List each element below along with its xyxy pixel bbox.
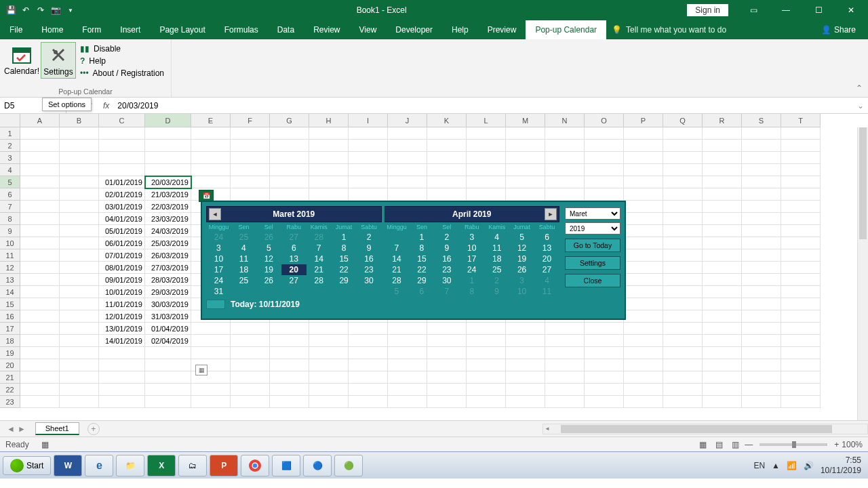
- calendar-day[interactable]: 6: [281, 243, 307, 253]
- cell[interactable]: [781, 201, 821, 213]
- calendar-day[interactable]: 13: [534, 243, 559, 253]
- cell[interactable]: [349, 176, 388, 188]
- ribbon-tab-home[interactable]: Home: [32, 20, 73, 39]
- cell[interactable]: [388, 384, 427, 396]
- cell[interactable]: [60, 249, 99, 262]
- cell[interactable]: [467, 152, 506, 164]
- cell[interactable]: [60, 127, 99, 140]
- calendar-settings-button[interactable]: Settings: [565, 256, 620, 270]
- cell[interactable]: [270, 152, 309, 164]
- taskbar-chrome-icon[interactable]: [241, 455, 269, 476]
- cell[interactable]: [663, 140, 703, 152]
- row-header[interactable]: 9: [0, 225, 20, 237]
- column-header[interactable]: B: [60, 114, 99, 127]
- ribbon-tab-formulas[interactable]: Formulas: [215, 20, 268, 39]
- cell[interactable]: 26/03/2019: [145, 249, 191, 262]
- cell[interactable]: [427, 384, 467, 396]
- cell[interactable]: [20, 164, 60, 176]
- cell[interactable]: [231, 384, 270, 396]
- cell[interactable]: [624, 298, 663, 310]
- cell[interactable]: [742, 323, 781, 335]
- cell[interactable]: [703, 201, 742, 213]
- formula-input[interactable]: 20/03/2019: [113, 101, 853, 110]
- help-button[interactable]: ?Help: [77, 56, 167, 66]
- column-header[interactable]: T: [781, 114, 821, 127]
- row-header[interactable]: 20: [0, 359, 20, 371]
- fx-icon[interactable]: fx: [103, 101, 109, 110]
- cell[interactable]: [60, 201, 99, 213]
- cell[interactable]: [231, 335, 270, 347]
- calendar-day[interactable]: 15: [409, 253, 434, 264]
- cell[interactable]: [663, 298, 703, 310]
- cell[interactable]: [703, 310, 742, 323]
- cell[interactable]: [663, 188, 703, 201]
- cell[interactable]: [663, 213, 703, 225]
- redo-icon[interactable]: ↷: [35, 5, 46, 16]
- row-header[interactable]: 7: [0, 201, 20, 213]
- maximize-button[interactable]: ☐: [803, 1, 834, 20]
- cell[interactable]: [624, 310, 663, 323]
- cell[interactable]: 04/01/2019: [99, 213, 145, 225]
- calendar-day[interactable]: 16: [357, 253, 382, 264]
- taskbar-app2-icon[interactable]: 🔵: [303, 455, 332, 476]
- cell[interactable]: [624, 347, 663, 359]
- cell[interactable]: [545, 152, 585, 164]
- cell[interactable]: [467, 140, 506, 152]
- cell[interactable]: [585, 140, 624, 152]
- cell[interactable]: [309, 323, 349, 335]
- cell[interactable]: [349, 396, 388, 408]
- calendar-day[interactable]: 14: [307, 253, 332, 264]
- calendar-day[interactable]: 4: [484, 232, 509, 243]
- cell[interactable]: [309, 335, 349, 347]
- cell[interactable]: [191, 152, 231, 164]
- cell[interactable]: [742, 298, 781, 310]
- cell[interactable]: [703, 127, 742, 140]
- cell[interactable]: [585, 359, 624, 371]
- calendar-day[interactable]: 27: [281, 275, 307, 286]
- cell[interactable]: [99, 140, 145, 152]
- calendar-day[interactable]: 25: [484, 264, 509, 275]
- cell[interactable]: [703, 213, 742, 225]
- column-header[interactable]: F: [231, 114, 270, 127]
- ribbon-tab-insert[interactable]: Insert: [111, 20, 150, 39]
- cell[interactable]: [270, 335, 309, 347]
- cell[interactable]: [742, 127, 781, 140]
- cell[interactable]: 29/03/2019: [145, 286, 191, 298]
- name-box-input[interactable]: [4, 101, 45, 110]
- cell[interactable]: [191, 164, 231, 176]
- cell[interactable]: [742, 140, 781, 152]
- zoom-in-button[interactable]: +: [834, 440, 839, 449]
- cell[interactable]: [60, 176, 99, 188]
- calendar-day[interactable]: 20: [281, 264, 307, 275]
- calendar-day[interactable]: 8: [332, 243, 357, 253]
- cell[interactable]: [191, 127, 231, 140]
- calendar-day[interactable]: 2: [484, 275, 509, 286]
- cell[interactable]: [585, 384, 624, 396]
- cell[interactable]: [20, 213, 60, 225]
- cell[interactable]: 08/01/2019: [99, 262, 145, 274]
- cell[interactable]: [60, 323, 99, 335]
- cell[interactable]: [20, 384, 60, 396]
- cell[interactable]: [781, 274, 821, 286]
- cell[interactable]: [703, 359, 742, 371]
- calendar-day[interactable]: 7: [384, 243, 410, 253]
- cell[interactable]: [60, 384, 99, 396]
- cell[interactable]: [20, 176, 60, 188]
- cell[interactable]: [349, 140, 388, 152]
- cell[interactable]: [624, 140, 663, 152]
- cell[interactable]: 13/01/2019: [99, 323, 145, 335]
- cell[interactable]: [60, 262, 99, 274]
- ribbon-tab-data[interactable]: Data: [268, 20, 304, 39]
- row-header[interactable]: 2: [0, 140, 20, 152]
- cell[interactable]: [545, 188, 585, 201]
- column-header[interactable]: G: [270, 114, 309, 127]
- cell[interactable]: [703, 396, 742, 408]
- column-header[interactable]: K: [427, 114, 467, 127]
- row-header[interactable]: 21: [0, 371, 20, 384]
- cell[interactable]: [703, 323, 742, 335]
- calendar-day[interactable]: 16: [434, 253, 459, 264]
- cell[interactable]: [60, 237, 99, 249]
- cell[interactable]: [585, 335, 624, 347]
- cell[interactable]: [703, 262, 742, 274]
- cell[interactable]: [742, 384, 781, 396]
